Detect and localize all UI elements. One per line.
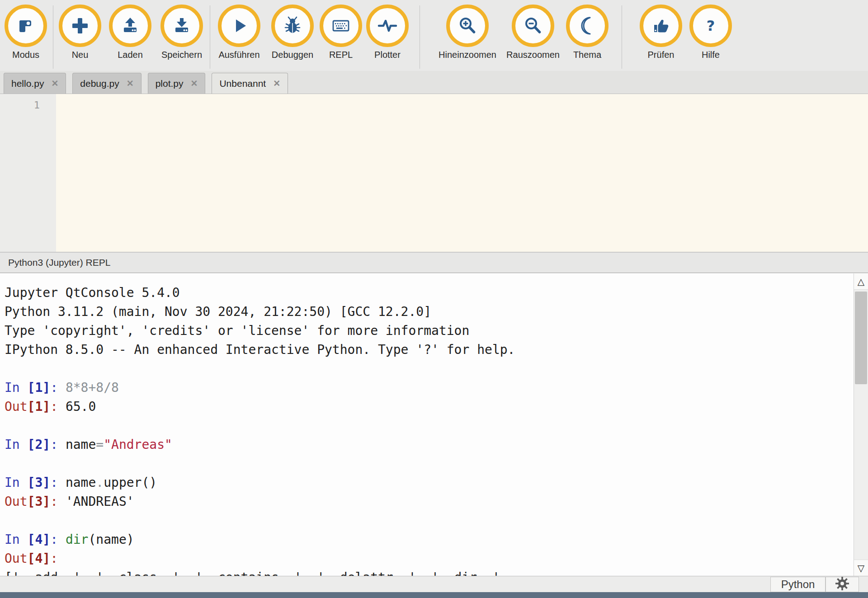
toolbar-button-neu[interactable]: Neu <box>55 5 105 60</box>
repl-console[interactable]: Jupyter QtConsole 5.4.0Python 3.11.2 (ma… <box>0 273 868 576</box>
toolbar-button-modus[interactable]: Modus <box>0 5 52 60</box>
window-edge-artifact-bottom <box>0 592 868 598</box>
repl-panel-header: Python3 (Jupyter) REPL <box>0 252 868 273</box>
repl-line <box>5 511 849 530</box>
interpreter-settings-button[interactable] <box>826 577 859 592</box>
scroll-down-icon[interactable]: ▽ <box>854 560 868 576</box>
toolbar-button-hineinzoomen[interactable]: Hineinzoomen <box>434 5 501 60</box>
repl-panel-title: Python3 (Jupyter) REPL <box>8 257 110 268</box>
toolbar-label: Modus <box>12 50 39 60</box>
toolbar-button-speichern[interactable]: Speichern <box>155 5 208 60</box>
toolbar-button-rauszoomen[interactable]: Rauszoomen <box>501 5 565 60</box>
interpreter-selector-button[interactable]: Python <box>770 577 826 592</box>
toolbar-button-repl[interactable]: REPL <box>318 5 363 60</box>
repl-line: Type 'copyright', 'credits' or 'license'… <box>5 321 849 340</box>
repl-output-lines[interactable]: Jupyter QtConsole 5.4.0Python 3.11.2 (ma… <box>0 273 854 576</box>
interpreter-label: Python <box>781 578 815 591</box>
editor-tab-bar: hello.py ✕ debug.py ✕ plot.py ✕ Unbenann… <box>0 71 868 94</box>
toolbar-label: Prüfen <box>648 50 675 60</box>
repl-line: In [3]: name.upper() <box>5 473 849 492</box>
repl-line: Python 3.11.2 (main, Nov 30 2024, 21:22:… <box>5 302 849 321</box>
toolbar-label: Speichern <box>161 50 202 60</box>
line-number-gutter: 1 <box>0 94 56 252</box>
repl-line <box>5 359 849 378</box>
help-icon: ? <box>689 5 732 47</box>
toolbar-label: REPL <box>329 50 353 60</box>
toolbar-separator <box>622 5 622 69</box>
repl-line: Out[4]: <box>5 549 849 568</box>
repl-line: In [1]: 8*8+8/8 <box>5 378 849 397</box>
modus-icon <box>5 5 47 47</box>
scroll-up-icon[interactable]: △ <box>854 273 868 290</box>
repl-line: IPython 8.5.0 -- An enhanced Interactive… <box>5 340 849 359</box>
tab-close-icon[interactable]: ✕ <box>127 78 134 89</box>
tab-label: debug.py <box>80 78 119 89</box>
debug-bug-icon <box>271 5 314 47</box>
repl-line: Out[3]: 'ANDREAS' <box>5 492 849 511</box>
toolbar-label: Rauszoomen <box>506 50 560 60</box>
zoom-in-icon <box>446 5 489 47</box>
repl-line: In [4]: dir(name) <box>5 530 849 549</box>
tab-label: Unbenannt <box>219 78 266 89</box>
code-editor-area[interactable]: 1 <box>0 94 868 252</box>
plotter-pulse-icon <box>366 5 409 47</box>
toolbar-button-laden[interactable]: Laden <box>105 5 155 60</box>
toolbar-label: Hineinzoomen <box>439 50 496 60</box>
toolbar-label: Laden <box>118 50 143 60</box>
new-file-icon <box>59 5 101 47</box>
toolbar-label: Debuggen <box>272 50 313 60</box>
repl-line <box>5 416 849 435</box>
status-bar: Python <box>0 576 868 592</box>
toolbar-separator <box>53 5 53 69</box>
repl-line <box>5 454 849 473</box>
svg-text:?: ? <box>707 17 715 34</box>
gear-icon <box>835 576 849 593</box>
toolbar-label: Thema <box>573 50 601 60</box>
open-file-icon <box>109 5 151 47</box>
repl-line: Jupyter QtConsole 5.4.0 <box>5 283 849 302</box>
tab-unbenannt[interactable]: Unbenannt ✕ <box>212 73 288 94</box>
tab-plot-py[interactable]: plot.py ✕ <box>148 73 206 94</box>
toolbar: Modus Neu Laden <box>0 0 868 71</box>
tab-close-icon[interactable]: ✕ <box>191 78 198 89</box>
line-number: 1 <box>34 99 40 111</box>
keyboard-icon <box>320 5 362 47</box>
toolbar-label: Plotter <box>374 50 401 60</box>
tab-debug-py[interactable]: debug.py ✕ <box>72 73 141 94</box>
check-thumbs-up-icon <box>640 5 682 47</box>
tab-label: hello.py <box>11 78 44 89</box>
tab-label: plot.py <box>156 78 184 89</box>
theme-moon-icon <box>566 5 609 47</box>
toolbar-separator <box>420 5 420 69</box>
toolbar-button-debuggen[interactable]: Debuggen <box>267 5 318 60</box>
toolbar-label: Hilfe <box>702 50 720 60</box>
scrollbar-thumb[interactable] <box>855 292 867 384</box>
toolbar-button-thema[interactable]: Thema <box>565 5 610 60</box>
toolbar-button-ausfuehren[interactable]: Ausführen <box>212 5 267 60</box>
thonny-window: Modus Neu Laden <box>0 0 868 598</box>
save-file-icon <box>160 5 203 47</box>
tab-close-icon[interactable]: ✕ <box>51 78 58 89</box>
toolbar-separator <box>210 5 210 69</box>
toolbar-button-hilfe[interactable]: ? Hilfe <box>687 5 734 60</box>
toolbar-button-pruefen[interactable]: Prüfen <box>635 5 687 60</box>
zoom-out-icon <box>512 5 554 47</box>
toolbar-label: Ausführen <box>218 50 259 60</box>
repl-line: In [2]: name="Andreas" <box>5 435 849 454</box>
toolbar-label: Neu <box>72 50 89 60</box>
run-icon <box>218 5 260 47</box>
repl-line: ['__add__', '__class__', '__contains__',… <box>5 568 849 576</box>
repl-scrollbar[interactable]: △ ▽ <box>854 273 868 576</box>
toolbar-button-plotter[interactable]: Plotter <box>363 5 411 60</box>
tab-close-icon[interactable]: ✕ <box>273 78 280 89</box>
tab-hello-py[interactable]: hello.py ✕ <box>4 73 66 94</box>
repl-line: Out[1]: 65.0 <box>5 397 849 416</box>
